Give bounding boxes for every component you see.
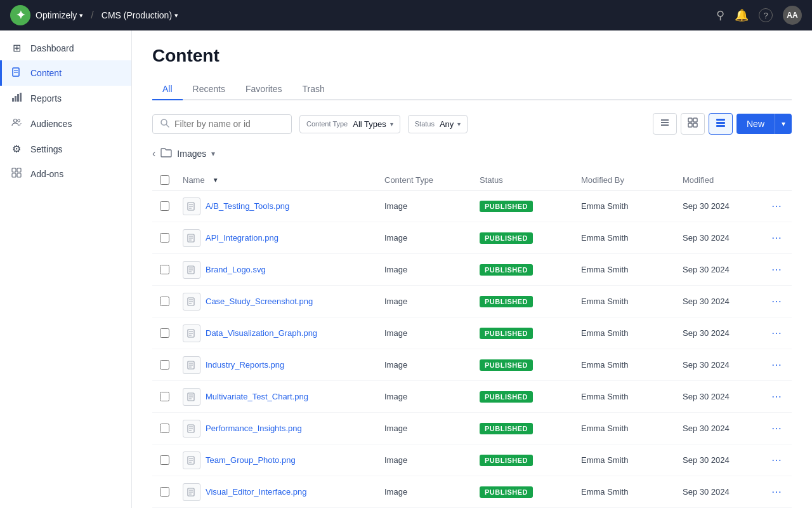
svg-rect-5 (17, 94, 19, 102)
modified-cell-0: Sep 30 2024 (683, 201, 759, 211)
sidebar-item-label: Dashboard (30, 43, 74, 53)
content-type-cell-2: Image (384, 265, 480, 274)
tab-trash[interactable]: Trash (292, 79, 335, 100)
row-checkbox-4[interactable] (160, 328, 169, 338)
row-actions-button-9[interactable]: ⋯ (769, 483, 784, 500)
tab-favorites[interactable]: Favorites (235, 79, 292, 100)
name-column-header[interactable]: Name ▼ (183, 175, 384, 185)
back-button[interactable]: ‹ (152, 148, 155, 159)
modified-cell-1: Sep 30 2024 (683, 233, 759, 243)
file-link-2[interactable]: Brand_Logo.svg (206, 265, 266, 274)
svg-line-14 (166, 124, 169, 127)
search-icon[interactable]: ⚲ (716, 8, 724, 22)
sidebar-item-settings[interactable]: ⚙ Settings (0, 137, 131, 161)
app-name-selector[interactable]: Optimizely ▾ (36, 10, 83, 20)
sidebar-item-addons[interactable]: Add-ons (0, 161, 131, 187)
status-badge-3: PUBLISHED (480, 296, 533, 307)
actions-cell-5: ⋯ (759, 356, 784, 373)
tab-recents[interactable]: Recents (183, 79, 235, 100)
app-logo[interactable]: ✦ (10, 5, 30, 25)
row-checkbox-3[interactable] (160, 297, 169, 306)
modified-column-header: Modified (683, 175, 759, 185)
row-actions-button-0[interactable]: ⋯ (769, 197, 784, 215)
status-badge-0: PUBLISHED (480, 201, 533, 212)
row-actions-button-6[interactable]: ⋯ (769, 388, 784, 405)
new-button-group: New ▾ (737, 114, 792, 134)
notifications-icon[interactable]: 🔔 (735, 8, 749, 22)
file-link-6[interactable]: Multivariate_Test_Chart.png (206, 392, 308, 401)
file-name-cell-5: Industry_Reports.png (183, 356, 384, 374)
file-link-1[interactable]: API_Integration.png (206, 233, 278, 243)
sidebar-item-dashboard[interactable]: ⊞ Dashboard (0, 36, 131, 60)
row-actions-button-5[interactable]: ⋯ (769, 356, 784, 373)
actions-cell-4: ⋯ (759, 324, 784, 342)
select-all-checkbox[interactable] (160, 175, 169, 185)
actions-cell-3: ⋯ (759, 293, 784, 310)
sidebar-item-reports[interactable]: Reports (0, 86, 131, 111)
new-button-dropdown[interactable]: ▾ (775, 114, 792, 134)
new-button[interactable]: New (737, 114, 775, 134)
status-filter[interactable]: Status Any ▾ (408, 115, 468, 133)
row-checkbox-0[interactable] (160, 201, 169, 211)
file-name-cell-1: API_Integration.png (183, 229, 384, 247)
content-tabs: All Recents Favorites Trash (152, 79, 792, 100)
row-checkbox-1[interactable] (160, 233, 169, 243)
chevron-down-icon: ▾ (457, 121, 461, 128)
breadcrumb: ‹ Images ▾ (152, 147, 792, 160)
table-row: Industry_Reports.png Image PUBLISHED Emm… (152, 349, 792, 381)
view-list-compact-button[interactable] (653, 113, 677, 135)
file-link-3[interactable]: Case_Study_Screenshot.png (206, 297, 313, 306)
help-icon[interactable]: ? (759, 8, 773, 22)
modified-by-cell-2: Emma Smith (581, 265, 683, 274)
sidebar-item-label: Settings (30, 144, 63, 154)
table-row: API_Integration.png Image PUBLISHED Emma… (152, 222, 792, 254)
view-grid-button[interactable] (681, 113, 705, 135)
actions-cell-9: ⋯ (759, 483, 784, 500)
row-checkbox-6[interactable] (160, 392, 169, 401)
status-cell-4: PUBLISHED (480, 327, 581, 339)
row-actions-button-8[interactable]: ⋯ (769, 451, 784, 469)
row-checkbox-9[interactable] (160, 487, 169, 497)
file-icon-1 (183, 229, 200, 247)
actions-cell-8: ⋯ (759, 451, 784, 469)
sidebar-item-audiences[interactable]: Audiences (0, 111, 131, 137)
row-checkbox-5[interactable] (160, 360, 169, 370)
row-actions-button-4[interactable]: ⋯ (769, 324, 784, 342)
modified-cell-3: Sep 30 2024 (683, 297, 759, 306)
file-link-8[interactable]: Team_Group_Photo.png (206, 455, 296, 465)
modified-by-cell-1: Emma Smith (581, 233, 683, 243)
nav-separator: / (91, 10, 93, 21)
user-avatar[interactable]: AA (783, 6, 802, 25)
content-type-cell-7: Image (384, 424, 480, 433)
file-link-4[interactable]: Data_Visualization_Graph.png (206, 328, 317, 338)
file-link-5[interactable]: Industry_Reports.png (206, 360, 284, 370)
content-type-filter[interactable]: Content Type All Types ▾ (299, 115, 400, 133)
modified-cell-8: Sep 30 2024 (683, 455, 759, 465)
svg-rect-6 (20, 93, 22, 102)
row-actions-button-7[interactable]: ⋯ (769, 420, 784, 437)
project-selector[interactable]: CMS (Production) ▾ (102, 10, 178, 20)
tab-all[interactable]: All (152, 79, 183, 100)
status-value: Any (440, 119, 454, 129)
view-list-button[interactable] (709, 113, 733, 135)
row-checkbox-2[interactable] (160, 265, 169, 274)
row-actions-button-2[interactable]: ⋯ (769, 261, 784, 278)
row-checkbox-7[interactable] (160, 424, 169, 433)
row-actions-button-3[interactable]: ⋯ (769, 293, 784, 310)
file-icon-6 (183, 388, 200, 406)
table-row: Case_Study_Screenshot.png Image PUBLISHE… (152, 286, 792, 318)
row-checkbox-8[interactable] (160, 455, 169, 465)
search-input[interactable] (174, 119, 284, 129)
sidebar: ⊞ Dashboard Content Reports Audiences ⚙ … (0, 30, 132, 508)
current-folder: Images (177, 149, 206, 159)
file-link-9[interactable]: Visual_Editor_Interface.png (206, 487, 306, 497)
status-cell-2: PUBLISHED (480, 264, 581, 276)
sidebar-item-content[interactable]: Content (0, 60, 131, 86)
file-link-7[interactable]: Performance_Insights.png (206, 424, 302, 433)
file-link-0[interactable]: A/B_Testing_Tools.png (206, 201, 289, 211)
sidebar-item-label: Add-ons (30, 169, 63, 179)
modified-by-cell-6: Emma Smith (581, 392, 683, 401)
search-box[interactable] (152, 114, 292, 134)
row-actions-button-1[interactable]: ⋯ (769, 229, 784, 246)
sidebar-item-label: Audiences (30, 119, 72, 129)
